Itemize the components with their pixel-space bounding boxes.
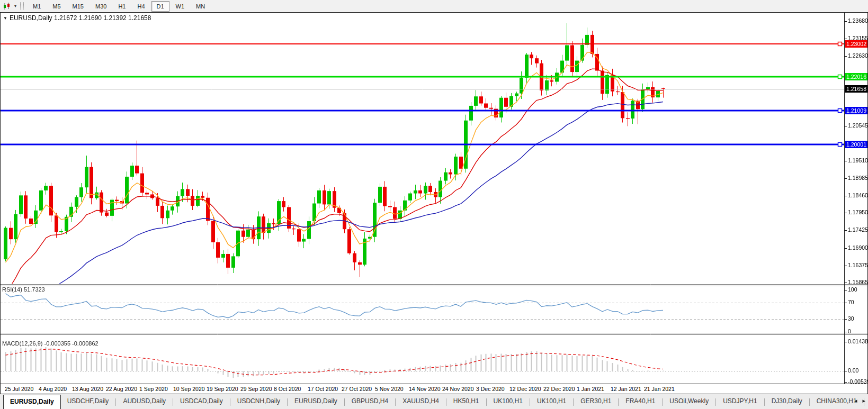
tab-separator — [486, 398, 487, 406]
tab-separator — [715, 398, 716, 406]
tab-separator — [618, 398, 619, 406]
tab-usdcad-daily[interactable]: USDCAD,Daily — [174, 394, 229, 409]
tab-eurusd-daily[interactable]: EURUSD,Daily — [3, 395, 61, 409]
tab-separator — [395, 398, 396, 406]
rsi-axis-tick: 100 — [848, 286, 857, 293]
price-axis-tick: 1.17950 — [848, 209, 868, 215]
price-axis-tick: 1.19510 — [848, 157, 868, 163]
date-axis-label: 19 Sep 2020 — [207, 386, 238, 392]
tab-scroll-right-icon[interactable]: ▸ — [862, 397, 865, 404]
charts-dropdown-caret-icon[interactable]: ▾ — [13, 4, 18, 8]
date-axis: 25 Jul 20204 Aug 202013 Aug 202022 Aug 2… — [1, 385, 867, 394]
tab-usoil-weekly[interactable]: USOil,Weekly — [663, 394, 715, 409]
tf-button-m30[interactable]: M30 — [90, 1, 112, 12]
tab-xauusd-h4[interactable]: XAUUSD,H4 — [396, 394, 445, 409]
macd-axis-tick: 0.00 — [848, 367, 858, 374]
date-axis-label: 13 Aug 2020 — [72, 386, 103, 392]
tab-uk100-h1[interactable]: UK100,H1 — [531, 394, 572, 409]
rsi-value: 51.7323 — [24, 286, 45, 293]
date-axis-label: 27 Oct 2020 — [342, 386, 372, 392]
tab-separator — [530, 398, 530, 406]
date-axis-label: 1 Sep 2020 — [139, 386, 168, 392]
tab-scroll-arrows: ◂ ▸ — [854, 397, 865, 404]
chart-tab-bar: EURUSD,DailyUSDCHF,DailyAUDUSD,DailyUSDC… — [0, 394, 868, 409]
toolbar-grip-handle[interactable] — [20, 2, 24, 10]
tab-gbpusd-h4[interactable]: GBPUSD,H4 — [345, 394, 395, 409]
price-axis-tick: 1.22630 — [848, 52, 868, 59]
tab-fra40-h1[interactable]: FRA40,H1 — [619, 394, 661, 409]
tab-scroll-left-icon[interactable]: ◂ — [854, 397, 857, 404]
tab-separator — [287, 398, 288, 406]
tf-button-m1[interactable]: M1 — [28, 1, 46, 12]
hline-price-flag: 1.21009 — [845, 107, 867, 114]
macd-indicator-label: MACD(12,26,9) -0.000355 -0.000862 — [2, 340, 99, 347]
date-axis-label: 8 Oct 2020 — [274, 386, 301, 392]
tab-ger30-h1[interactable]: GER30,H1 — [574, 394, 618, 409]
hline-price-flag: 1.20001 — [845, 141, 867, 148]
price-axis-tick: 1.23680 — [848, 17, 868, 24]
macd-axis-tick: -0.005396 — [848, 378, 868, 385]
tab-separator — [344, 398, 345, 406]
tf-button-m15[interactable]: M15 — [67, 1, 89, 12]
chart-title[interactable]: ▼EURUSD,Daily 1.21672 1.21690 1.21392 1.… — [3, 14, 151, 22]
date-axis-label: 22 Dec 2020 — [543, 386, 575, 392]
charts-icon[interactable] — [2, 2, 13, 11]
date-axis-label: 22 Aug 2020 — [106, 386, 137, 392]
date-axis-label: 5 Nov 2020 — [375, 386, 404, 392]
tab-separator — [446, 398, 446, 406]
tab-separator — [230, 398, 230, 406]
tab-usdjpy-h1[interactable]: USDJPY,H1 — [717, 394, 763, 409]
tf-button-m5[interactable]: M5 — [47, 1, 66, 12]
date-axis-label: 10 Sep 2020 — [173, 386, 205, 392]
rsi-axis-tick: 30 — [848, 315, 854, 322]
tf-button-d1[interactable]: D1 — [151, 1, 169, 12]
date-axis-label: 24 Nov 2020 — [442, 386, 474, 392]
tab-eurusd-daily[interactable]: EURUSD,Daily — [288, 394, 344, 409]
price-axis-tick: 1.20545 — [848, 122, 868, 129]
tab-separator — [809, 398, 810, 406]
chart-symbol-period: EURUSD,Daily — [10, 14, 52, 22]
tab-hk50-h1[interactable]: HK50,H1 — [447, 394, 486, 409]
tf-button-mn[interactable]: MN — [191, 1, 210, 12]
price-axis-tick: 1.16900 — [848, 244, 868, 251]
date-axis-label: 29 Sep 2020 — [240, 386, 272, 392]
tf-button-w1[interactable]: W1 — [171, 1, 190, 12]
price-axis-tick: 1.18985 — [848, 175, 868, 181]
tf-button-h1[interactable]: H1 — [113, 1, 131, 12]
date-axis-label: 21 Jan 2021 — [644, 386, 675, 392]
current-price-flag: 1.21658 — [845, 85, 867, 93]
macd-values: -0.000355 -0.000862 — [44, 340, 98, 347]
date-axis-label: 3 Dec 2020 — [476, 386, 505, 392]
date-axis-label: 4 Aug 2020 — [39, 386, 67, 392]
price-axis-tick: 1.15865 — [848, 279, 868, 285]
price-axis-tick: 1.18460 — [848, 192, 868, 198]
tf-button-h4[interactable]: H4 — [132, 1, 150, 12]
price-axis-tick: 1.16375 — [848, 262, 868, 268]
tab-uk100-h1[interactable]: UK100,H1 — [487, 394, 529, 409]
tab-usdchf-daily[interactable]: USDCHF,Daily — [61, 394, 115, 409]
date-axis-label: 14 Nov 2020 — [409, 386, 441, 392]
tab-audusd-daily[interactable]: AUDUSD,Daily — [117, 394, 172, 409]
rsi-axis-tick: 70 — [848, 299, 854, 305]
tab-separator — [573, 398, 574, 406]
timeframe-button-group: M1M5M15M30H1H4D1W1MN — [27, 1, 211, 12]
chart-ohlc-values: 1.21672 1.21690 1.21392 1.21658 — [54, 14, 151, 22]
date-axis-label: 1 Jan 2021 — [577, 386, 604, 392]
timeframe-toolbar: ▾ M1M5M15M30H1H4D1W1MN — [0, 0, 868, 12]
tab-separator — [115, 398, 116, 406]
date-axis-label: 25 Jul 2020 — [5, 386, 33, 392]
hline-price-flag: 1.23002 — [845, 40, 867, 48]
collapse-triangle-icon[interactable]: ▼ — [3, 16, 7, 21]
candlestick-glyph — [3, 3, 12, 10]
rsi-indicator-label: RSI(14) 51.7323 — [2, 286, 45, 293]
macd-axis-tick: 0.014384 — [848, 338, 868, 344]
hline-price-flag: 1.22016 — [845, 73, 867, 80]
tab-separator — [173, 398, 173, 406]
tab-usdcnh-daily[interactable]: USDCNH,Daily — [231, 394, 287, 409]
macd-name: MACD(12,26,9) — [2, 340, 42, 347]
tab-separator — [764, 398, 765, 406]
chart-canvas[interactable] — [1, 13, 867, 384]
tab-separator — [662, 398, 663, 406]
price-axis-tick: 1.17425 — [848, 226, 868, 233]
tab-dj30-daily[interactable]: DJ30,Daily — [765, 394, 809, 409]
